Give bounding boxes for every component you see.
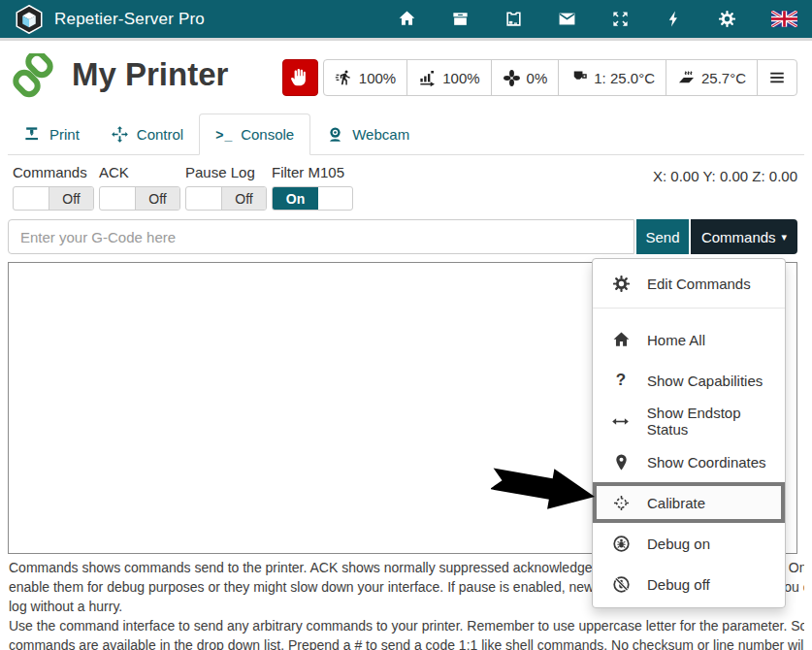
- flow-icon: [418, 69, 437, 87]
- question-icon: ?: [610, 371, 632, 390]
- speed-status-button[interactable]: 100%: [324, 60, 406, 95]
- bug-icon: [610, 535, 632, 553]
- language-flag-uk-icon[interactable]: [771, 11, 797, 27]
- help-line: commands are available in the drop down …: [9, 635, 804, 650]
- hamburger-menu-icon: [768, 69, 786, 86]
- bed-temp-button[interactable]: 25.7°C: [666, 60, 757, 95]
- position-readout: X: 0.00 Y: 0.00 Z: 0.00: [653, 168, 797, 184]
- toggle-state: Off: [221, 187, 266, 210]
- emergency-stop-button[interactable]: [282, 59, 318, 96]
- speed-value: 100%: [359, 70, 396, 86]
- menu-item-debug-on[interactable]: Debug on: [593, 523, 785, 564]
- menu-item-calibrate[interactable]: Calibrate: [593, 482, 785, 523]
- flow-value: 100%: [442, 70, 479, 86]
- bug-off-icon: [610, 575, 632, 594]
- tab-label: Control: [137, 126, 183, 143]
- menu-item-label: Show Coordinates: [647, 454, 766, 471]
- help-line: Use the command interface to send any ar…: [9, 616, 804, 635]
- menu-divider: [593, 308, 785, 309]
- menu-item-label: Debug on: [647, 536, 710, 552]
- left-right-arrow-icon: [610, 412, 632, 431]
- menu-item-label: Show Capabilities: [647, 373, 763, 389]
- send-button[interactable]: Send: [636, 219, 689, 254]
- bed-temp-value: 25.7°C: [701, 70, 746, 86]
- storage-box-icon[interactable]: [451, 10, 470, 28]
- printer-menu-button[interactable]: [757, 60, 796, 95]
- fullscreen-icon[interactable]: [611, 10, 630, 28]
- menu-item-show-capabilities[interactable]: ? Show Capabilities: [593, 360, 785, 401]
- menu-item-label: Show Endstop Status: [647, 405, 785, 438]
- tab-console[interactable]: >_ Console: [199, 114, 310, 155]
- tab-label: Console: [241, 126, 294, 143]
- tab-label: Webcam: [352, 126, 409, 143]
- app-title: Repetier-Server Pro: [54, 10, 205, 29]
- printer-frame-icon[interactable]: [504, 10, 523, 28]
- toggle-label-ack: ACK: [99, 164, 180, 180]
- menu-item-label: Calibrate: [647, 495, 705, 511]
- printer-tabbar: Print Control >_ Console Webcam: [8, 114, 804, 155]
- control-move-icon: [111, 125, 129, 144]
- crosshair-icon: [610, 494, 632, 512]
- gcode-command-row: Send Commands ▾: [8, 219, 797, 254]
- extruder-temp-value: 1: 25.0°C: [594, 70, 655, 86]
- printer-link-icon: [10, 53, 56, 100]
- tab-webcam[interactable]: Webcam: [310, 114, 425, 154]
- commands-dropdown-button[interactable]: Commands ▾: [691, 219, 797, 254]
- power-icon[interactable]: [665, 10, 683, 28]
- messages-icon[interactable]: [558, 10, 576, 28]
- app-logo-icon[interactable]: [15, 5, 44, 34]
- printer-status-bar: 100% 100% 0% 1: 25.0°C: [282, 59, 797, 96]
- tab-control[interactable]: Control: [95, 114, 199, 154]
- print-icon: [23, 125, 42, 144]
- commands-button-label: Commands: [701, 229, 776, 245]
- menu-item-show-endstop-status[interactable]: Show Endstop Status: [593, 401, 785, 441]
- webcam-icon: [326, 125, 344, 144]
- flow-status-button[interactable]: 100%: [406, 60, 490, 95]
- menu-item-debug-off[interactable]: Debug off: [593, 564, 785, 604]
- speed-runner-icon: [335, 69, 353, 87]
- toggle-label-filter-m105: Filter M105: [272, 164, 353, 180]
- commands-toggle[interactable]: Off: [13, 186, 94, 211]
- settings-icon[interactable]: [718, 10, 736, 28]
- ack-toggle[interactable]: Off: [99, 186, 180, 211]
- navbar-icon-group: [398, 10, 797, 28]
- extruder-temp-button[interactable]: 1: 25.0°C: [558, 60, 666, 95]
- commands-dropdown-menu: Edit Commands Home All ? Show Capabiliti…: [592, 258, 786, 608]
- menu-item-show-coordinates[interactable]: Show Coordinates: [593, 441, 785, 482]
- fan-status-button[interactable]: 0%: [491, 60, 559, 95]
- pause-log-toggle[interactable]: Off: [185, 186, 267, 211]
- heated-bed-icon: [677, 69, 696, 87]
- page-title: My Printer: [72, 56, 228, 93]
- toggle-state: On: [273, 187, 318, 210]
- toggle-state: Off: [135, 187, 179, 210]
- tab-print[interactable]: Print: [8, 114, 95, 154]
- home-icon[interactable]: [398, 10, 416, 28]
- log-filter-toggles: Commands Off ACK Off Pause Log Off Filte…: [13, 164, 353, 211]
- gcode-input[interactable]: [8, 219, 634, 254]
- menu-item-label: Edit Commands: [647, 276, 751, 292]
- tab-label: Print: [49, 126, 80, 143]
- toggle-label-commands: Commands: [13, 164, 94, 180]
- console-terminal-icon: >_: [215, 127, 233, 143]
- filter-m105-toggle[interactable]: On: [272, 186, 353, 211]
- fan-value: 0%: [527, 70, 548, 86]
- menu-item-label: Home All: [647, 332, 705, 348]
- extruder-nozzle-icon: [569, 69, 588, 87]
- menu-item-label: Debug off: [647, 576, 710, 593]
- toggle-label-pause-log: Pause Log: [185, 164, 267, 180]
- stop-hand-icon: [289, 67, 310, 88]
- gear-icon: [610, 275, 632, 293]
- toggle-state: Off: [49, 187, 93, 210]
- fan-icon: [503, 69, 521, 87]
- map-pin-icon: [610, 453, 632, 471]
- home-icon: [610, 331, 632, 349]
- menu-item-edit-commands[interactable]: Edit Commands: [593, 263, 785, 304]
- menu-item-home-all[interactable]: Home All: [593, 319, 785, 360]
- top-navbar: Repetier-Server Pro: [0, 0, 812, 41]
- caret-down-icon: ▾: [782, 231, 788, 244]
